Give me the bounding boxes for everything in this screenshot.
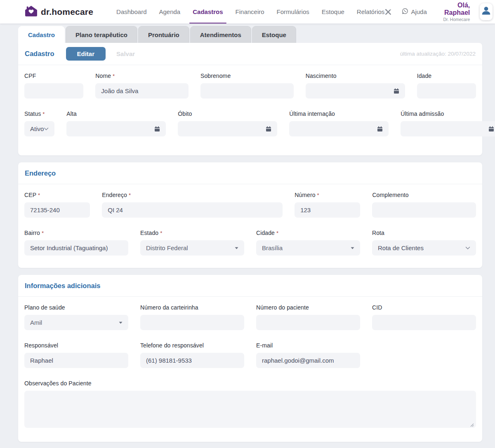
numero-label: Número* <box>295 192 360 198</box>
field-observacoes: Observações do Paciente <box>24 380 476 429</box>
sobrenome-input[interactable] <box>200 83 294 99</box>
required-mark: * <box>276 230 278 236</box>
field-carteirinha: Número da carteirinha <box>140 304 244 330</box>
save-button[interactable]: Salvar <box>111 47 141 61</box>
cpf-input[interactable] <box>24 83 83 99</box>
field-empty-spacer <box>372 342 476 368</box>
nascimento-date-input[interactable] <box>306 83 405 99</box>
carteirinha-input[interactable] <box>140 315 244 330</box>
tab-prontuario[interactable]: Prontuário <box>138 26 189 43</box>
telefone-responsavel-label: Telefone do responsável <box>140 342 244 349</box>
calendar-icon[interactable] <box>266 126 271 132</box>
chevron-down-icon <box>44 127 49 131</box>
field-estado: Estado* Distrito Federal <box>140 230 244 256</box>
user-avatar[interactable] <box>480 3 493 20</box>
nav-item-financeiro[interactable]: Financeiro <box>236 0 264 23</box>
calendar-icon[interactable] <box>377 126 383 132</box>
tab-cadastro[interactable]: Cadastro <box>18 26 65 43</box>
field-telefone-responsavel: Telefone do responsável <box>140 342 244 368</box>
cadastro-form: CPF Nome* Sobrenome Nascimento <box>18 65 482 155</box>
cid-input[interactable] <box>372 315 476 330</box>
alta-label: Alta <box>66 110 166 117</box>
field-complemento: Complemento <box>372 192 476 218</box>
email-input[interactable] <box>256 353 360 368</box>
resize-handle-icon[interactable] <box>470 423 474 427</box>
tab-plano-terapeutico[interactable]: Plano terapêutico <box>66 26 137 43</box>
endereco-input[interactable] <box>102 202 283 218</box>
idade-input[interactable] <box>417 83 476 99</box>
responsavel-input[interactable] <box>24 353 128 368</box>
nome-input[interactable] <box>95 83 189 99</box>
cidade-select[interactable]: Brasília <box>256 240 360 256</box>
field-numero-paciente: Número do paciente <box>256 304 360 330</box>
alta-input[interactable] <box>72 121 154 136</box>
ultima-internacao-date-input[interactable] <box>289 121 389 136</box>
nav-item-dashboard[interactable]: Dashboard <box>116 0 146 23</box>
nav-item-relatorios[interactable]: Relatórios <box>357 0 385 23</box>
field-idade: Idade <box>417 73 476 99</box>
ultima-admissao-date-input[interactable] <box>401 121 495 136</box>
complemento-input[interactable] <box>372 202 476 218</box>
cidade-label: Cidade* <box>256 230 360 236</box>
required-mark: * <box>38 192 40 198</box>
caret-down-icon <box>119 321 123 324</box>
section-title: Cadastro <box>25 50 54 58</box>
user-greeting: Olá, Raphael Dr. Homecare <box>440 2 470 22</box>
required-mark: * <box>317 192 319 198</box>
tab-atendimentos[interactable]: Atendimentos <box>190 26 251 43</box>
nav-item-cadastros[interactable]: Cadastros <box>193 0 223 23</box>
bairro-input[interactable] <box>24 240 128 256</box>
edit-button[interactable]: Editar <box>66 47 106 61</box>
nav-item-agenda[interactable]: Agenda <box>159 0 180 23</box>
status-select[interactable]: Ativo <box>24 121 54 136</box>
alta-date-input[interactable] <box>66 121 166 136</box>
field-alta: Alta <box>66 110 166 143</box>
obito-label: Óbito <box>178 110 277 117</box>
calendar-icon[interactable] <box>488 126 494 132</box>
ultima-admissao-input[interactable] <box>406 121 488 136</box>
cep-input[interactable] <box>24 202 90 218</box>
ultima-internacao-label: Última internação <box>289 110 389 117</box>
nav-item-formularios[interactable]: Formulários <box>277 0 309 23</box>
cid-label: CID <box>372 304 476 311</box>
chevron-down-icon <box>465 246 470 250</box>
calendar-icon[interactable] <box>394 88 399 94</box>
field-obito: Óbito <box>178 110 277 143</box>
numero-input[interactable] <box>295 202 360 218</box>
estado-select[interactable]: Distrito Federal <box>140 240 244 256</box>
nascimento-input[interactable] <box>311 83 394 99</box>
ultima-internacao-input[interactable] <box>295 121 377 136</box>
greeting-org: Dr. Homecare <box>440 17 470 22</box>
obito-date-input[interactable] <box>178 121 277 136</box>
calendar-icon[interactable] <box>154 126 160 132</box>
numero-paciente-label: Número do paciente <box>256 304 360 311</box>
field-cid: CID <box>372 304 476 330</box>
cep-label: CEP* <box>24 192 90 198</box>
required-mark: * <box>160 230 162 236</box>
field-ultima-internacao: Última internação <box>289 110 389 143</box>
field-email: E-mail <box>256 342 360 368</box>
required-mark: * <box>113 73 115 79</box>
observacoes-textarea[interactable] <box>24 391 476 428</box>
required-mark: * <box>129 192 131 198</box>
cpf-label: CPF <box>24 73 83 79</box>
field-status: Status* Ativo <box>24 110 54 143</box>
brand-logo[interactable]: dr.homecare <box>25 5 93 18</box>
rota-select[interactable]: Rota de Clientes <box>372 240 476 256</box>
required-mark: * <box>42 111 45 117</box>
field-plano-saude: Plano de saúde Amil <box>24 304 128 330</box>
telefone-responsavel-input[interactable] <box>140 353 244 368</box>
caret-down-icon <box>235 247 238 249</box>
endereco-label: Endereço* <box>102 192 283 198</box>
nav-item-estoque[interactable]: Estoque <box>322 0 344 23</box>
tools-icon[interactable] <box>384 8 392 16</box>
record-tabs: Cadastro Plano terapêutico Prontuário At… <box>18 26 482 43</box>
help-button[interactable]: Ajuda <box>402 8 427 16</box>
obito-input[interactable] <box>184 121 266 136</box>
cadastro-toolbar: Cadastro Editar Salvar última atualizaçã… <box>18 43 482 65</box>
tab-estoque[interactable]: Estoque <box>252 26 296 43</box>
topbar-right: Ajuda Olá, Raphael Dr. Homecare <box>384 2 493 22</box>
plano-saude-select[interactable]: Amil <box>24 315 128 330</box>
numero-paciente-input[interactable] <box>256 315 360 330</box>
nascimento-label: Nascimento <box>306 73 405 79</box>
